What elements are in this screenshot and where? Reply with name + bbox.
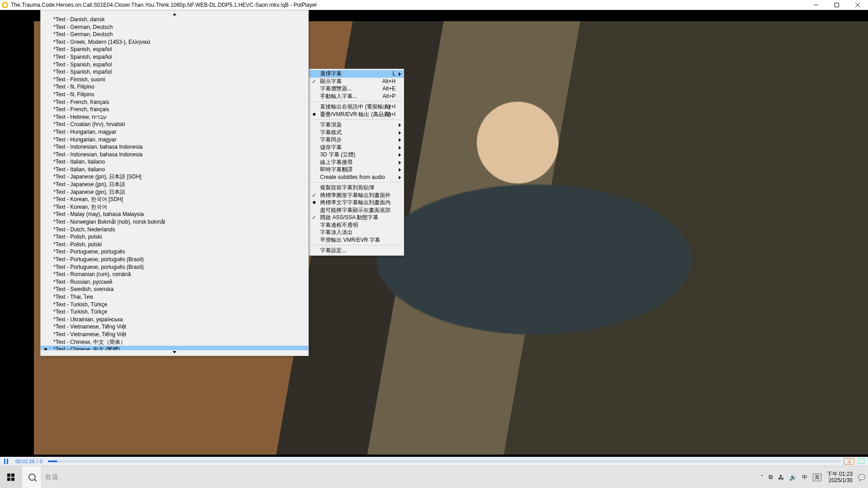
subtitle-track-item[interactable]: *Text - Chinese, 中文 (繁體) — [41, 346, 308, 350]
menu-item[interactable]: 覆疊/VMR/EVR 輸出 (高品質)Alt+I — [309, 111, 404, 118]
subtitle-track-item[interactable]: *Text - Hungarian, magyar — [41, 128, 308, 136]
taskbar-search[interactable] — [22, 466, 42, 488]
menu-item[interactable]: 顯示字幕Alt+H — [309, 78, 404, 85]
player-controls: 00:01:26 / 0 표 — [0, 457, 868, 466]
menu-item[interactable]: 複製目前字幕到剪貼簿 — [309, 184, 404, 192]
menu-item[interactable]: 字幕邊框不透明 — [309, 221, 404, 229]
notifications-icon[interactable]: 💬 — [858, 474, 865, 481]
subtitle-track-item[interactable]: *Text - Vietnamese, Tiếng Việt — [41, 331, 308, 338]
subtitle-track-item[interactable]: *Text - Portuguese, português — [41, 248, 308, 256]
menu-shortcut: Alt+I — [385, 103, 396, 111]
subtitle-track-item[interactable]: *Text - Indonesian, bahasa Indonesia — [41, 143, 308, 151]
subtitle-track-item[interactable]: *Text - Korean, 한국어 — [41, 203, 308, 211]
subtitle-track-item[interactable]: *Text - Swedish, svenska — [41, 286, 308, 293]
subtitle-track-item[interactable]: *Text - Croatian (hrv), hrvatski — [41, 121, 308, 128]
menu-item[interactable]: 字幕瀏覽器...Alt+E — [309, 85, 404, 93]
tray-chevron-icon[interactable]: ˆ — [761, 474, 763, 481]
subtitle-track-item[interactable]: *Text - French, français — [41, 106, 308, 113]
menu-scroll-up[interactable] — [41, 12, 308, 16]
subtitle-track-item[interactable]: *Text - Thai, ไทย — [41, 293, 308, 301]
menu-item[interactable]: 字幕淡入淡出 — [309, 229, 404, 236]
subtitle-track-item[interactable]: *Text - Dutch, Nederlands — [41, 226, 308, 234]
subtitle-track-item[interactable]: *Text - Norwegian Bokmål (nob), norsk bo… — [41, 218, 308, 226]
pause-button[interactable] — [0, 457, 13, 466]
menu-item[interactable]: 開啟 ASS/SSA 動態字幕 — [309, 214, 404, 221]
subtitle-track-item[interactable]: *Text - Chinese, 中文（简体） — [41, 338, 308, 346]
svg-rect-5 — [7, 459, 8, 464]
subtitle-track-item[interactable]: *Text - Greek, Modern (1453-), Ελληνικά — [41, 38, 308, 46]
menu-item[interactable]: 3D 字幕 (立體) — [309, 151, 404, 159]
menu-item[interactable]: 字幕同步 — [309, 136, 404, 144]
subtitle-track-item[interactable]: *Text - Italian, italiano — [41, 166, 308, 174]
subtitle-track-item[interactable]: *Text - Polish, polski — [41, 241, 308, 249]
subtitle-track-item[interactable]: *Text - German, Deutsch — [41, 23, 308, 31]
maximize-button[interactable] — [826, 0, 847, 10]
subtitle-track-item[interactable]: *Text - Malay (may), bahasa Malaysia — [41, 211, 308, 218]
menu-item[interactable]: 字幕設定... — [309, 247, 404, 254]
subtitle-track-item[interactable]: *Text - Spanish, español — [41, 53, 308, 61]
subtitle-track-item[interactable]: *Text - Romanian (rum), română — [41, 271, 308, 278]
subtitle-track-item[interactable]: *Text - Danish, dansk — [41, 16, 308, 23]
svg-rect-4 — [4, 459, 5, 464]
volume-icon[interactable]: 🔊 — [789, 474, 797, 481]
menu-item[interactable]: 儲存字幕 — [309, 144, 404, 151]
subtitle-track-item[interactable]: *Text - Polish, polski — [41, 233, 308, 241]
subtitle-track-menu: *Text - Danish, dansk*Text - German, Deu… — [40, 10, 309, 356]
subtitle-track-item[interactable]: *Text - Japanese (jpn), 日本語 [SDH] — [41, 173, 308, 181]
menu-item[interactable]: 線上字幕搜尋 — [309, 159, 404, 166]
subtitle-track-item[interactable]: *Text - Hebrew, עברית — [41, 113, 308, 121]
subtitle-track-item[interactable]: *Text - Italian, italiano — [41, 158, 308, 166]
subtitle-track-item[interactable]: *Text - Spanish, español — [41, 68, 308, 76]
subtitle-track-item[interactable]: *Text - German, Deutsch — [41, 31, 308, 38]
menu-shortcut: Alt+P — [382, 93, 396, 100]
subtitle-track-item[interactable]: *Text - Turkish, Türkçe — [41, 301, 308, 309]
subtitle-track-item[interactable]: *Text - Indonesian, bahasa Indonesia — [41, 151, 308, 159]
time-total: 0 — [40, 459, 42, 464]
seek-bar[interactable] — [48, 460, 841, 462]
subtitle-track-item[interactable]: *Text - Hungarian, magyar — [41, 136, 308, 144]
titlebar[interactable]: The.Trauma.Code.Heroes.on.Call.S01E04.Cl… — [0, 0, 868, 10]
subtitle-track-item[interactable]: *Text - fil, Filipino — [41, 91, 308, 99]
menu-item[interactable]: 平滑輸出 VMR/EVR 字幕 — [309, 236, 404, 244]
svg-rect-1 — [835, 3, 839, 7]
menu-item[interactable]: 選擇字幕L — [309, 70, 404, 78]
ime-lang-1[interactable]: 中 — [802, 474, 807, 481]
subtitle-track-item[interactable]: *Text - Spanish, español — [41, 46, 308, 53]
start-button[interactable] — [0, 466, 22, 488]
menu-item[interactable]: 手動輸入字幕...Alt+P — [309, 93, 404, 100]
fullscreen-button[interactable] — [858, 458, 864, 465]
subtitle-track-item[interactable]: *Text - French, français — [41, 99, 308, 106]
menu-item[interactable]: 盡可能將字幕顯示在畫面底部 — [309, 206, 404, 214]
menu-shortcut: Alt+E — [382, 85, 396, 93]
ime-lang-2[interactable]: 英 — [813, 474, 821, 481]
menu-item[interactable]: 即時字幕翻譯 — [309, 166, 404, 174]
menu-item[interactable]: Create subtitles from audio — [309, 174, 404, 181]
subtitle-track-item[interactable]: *Text - Ukrainian, українська — [41, 316, 308, 324]
subtitle-track-item[interactable]: *Text - Spanish, español — [41, 61, 308, 69]
subtitle-track-item[interactable]: *Text - Russian, русский — [41, 278, 308, 286]
subtitle-track-item[interactable]: *Text - Japanese (jpn), 日本語 — [41, 188, 308, 196]
menu-item[interactable]: 將標準文字字幕輸出到畫面內 — [309, 199, 404, 206]
close-button[interactable] — [847, 0, 868, 10]
subtitle-track-item[interactable]: *Text - Japanese (jpn), 日本語 — [41, 181, 308, 188]
subtitle-track-item[interactable]: *Text - Vietnamese, Tiếng Việt — [41, 323, 308, 331]
minimize-button[interactable] — [806, 0, 826, 10]
menu-item[interactable]: 將標準圖形字幕輸出到畫面外 — [309, 192, 404, 199]
taskbar-clock[interactable]: 下午 01:23 2025/1/30 — [827, 471, 853, 483]
subtitle-track-item[interactable]: *Text - Portuguese, português (Brasil) — [41, 263, 308, 271]
menu-item[interactable]: 字幕樣式 — [309, 129, 404, 136]
menu-item[interactable]: 直接輸出在視訊中 (電視輸出)Alt+I — [309, 103, 404, 111]
onedrive-icon[interactable]: ⧉ — [769, 474, 773, 481]
subtitle-track-item[interactable]: *Text - Portuguese, português (Brasil) — [41, 256, 308, 263]
quality-badge[interactable]: 표 — [844, 458, 854, 465]
search-placeholder[interactable]: 在這 — [45, 473, 59, 481]
subtitle-track-item[interactable]: *Text - Turkish, Türkçe — [41, 308, 308, 316]
subtitle-track-item[interactable]: *Text - fil, Filipino — [41, 83, 308, 91]
menu-item[interactable]: 字幕渲染 — [309, 121, 404, 129]
window-title: The.Trauma.Code.Heroes.on.Call.S01E04.Cl… — [11, 2, 317, 8]
subtitle-track-item[interactable]: *Text - Finnish, suomi — [41, 76, 308, 84]
subtitle-track-item[interactable]: *Text - Korean, 한국어 [SDH] — [41, 196, 308, 203]
network-icon[interactable]: 🖧 — [778, 474, 784, 481]
subtitle-context-menu: 選擇字幕L顯示字幕Alt+H字幕瀏覽器...Alt+E手動輸入字幕...Alt+… — [309, 69, 404, 256]
menu-scroll-down[interactable] — [41, 350, 308, 354]
